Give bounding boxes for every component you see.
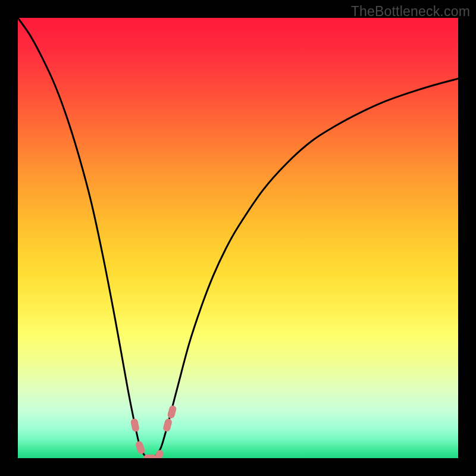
watermark-text: TheBottleneck.com bbox=[351, 4, 470, 20]
plot-area bbox=[18, 18, 458, 458]
marker-pill-left-lower bbox=[135, 440, 146, 455]
marker-pill-right-upper bbox=[167, 405, 177, 419]
chart-svg bbox=[18, 18, 458, 458]
chart-frame: TheBottleneck.com bbox=[0, 0, 476, 476]
marker-pill-left-upper bbox=[130, 418, 140, 432]
bottleneck-curve bbox=[18, 18, 458, 458]
marker-pill-right-lower bbox=[162, 418, 173, 432]
